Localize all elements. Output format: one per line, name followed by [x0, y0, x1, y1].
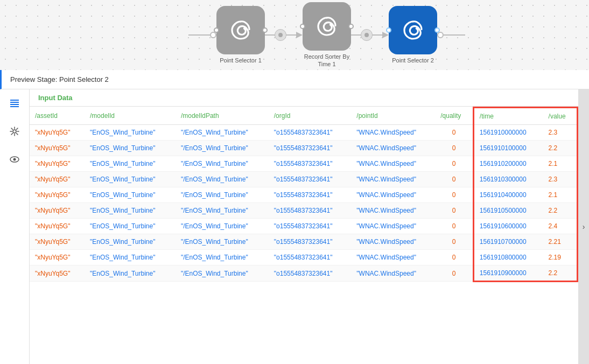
cell-time: 1561910400000 — [473, 187, 543, 203]
cell-modelid: "EnOS_Wind_Turbine" — [85, 265, 176, 282]
cell-pointid: "WNAC.WindSpeed" — [351, 125, 435, 141]
node-label-1: Point Selector 1 — [220, 57, 262, 64]
cell-orgid: "o15554837323641" — [269, 156, 352, 172]
node-dot-right-3 — [434, 27, 440, 33]
node-dot-right-2 — [348, 24, 354, 29]
th-modelid[interactable]: /modelId — [85, 108, 176, 125]
node-point-selector-1[interactable]: Point Selector 1 — [216, 6, 265, 64]
node-label-2: Record Sorter ByTime 1 — [304, 53, 349, 68]
th-modelidpath[interactable]: /modelIdPath — [176, 108, 269, 125]
table-row[interactable]: "xNyuYq5G" "EnOS_Wind_Turbine" "/EnOS_Wi… — [30, 203, 578, 219]
cell-modelid: "EnOS_Wind_Turbine" — [85, 250, 176, 265]
cell-pointid: "WNAC.WindSpeed" — [351, 172, 435, 187]
cell-assetid: "xNyuYq5G" — [30, 203, 85, 219]
cell-assetid: "xNyuYq5G" — [30, 265, 85, 282]
cell-orgid: "o15554837323641" — [269, 265, 352, 282]
cell-quality: 0 — [435, 265, 473, 282]
node-label-3: Point Selector 2 — [392, 57, 434, 64]
list-icon[interactable] — [6, 95, 23, 112]
node-point-selector-2[interactable]: Point Selector 2 — [389, 6, 437, 64]
cell-pointid: "WNAC.WindSpeed" — [351, 219, 435, 234]
cell-orgid: "o15554837323641" — [269, 187, 352, 203]
cell-time: 1561910200000 — [473, 156, 543, 172]
table-header-row: Input Data — [30, 89, 578, 107]
svg-rect-4 — [10, 104, 19, 105]
swirl-icon-3 — [400, 17, 426, 43]
cell-quality: 0 — [435, 125, 473, 141]
svg-point-6 — [13, 130, 16, 133]
svg-rect-3 — [10, 102, 19, 103]
th-time[interactable]: /time — [473, 108, 543, 125]
table-row[interactable]: "xNyuYq5G" "EnOS_Wind_Turbine" "/EnOS_Wi… — [30, 234, 578, 250]
cell-pointid: "WNAC.WindSpeed" — [351, 141, 435, 156]
cell-orgid: "o15554837323641" — [269, 141, 352, 156]
node-record-sorter[interactable]: Record Sorter ByTime 1 — [303, 2, 351, 68]
cell-value: 2.4 — [543, 219, 578, 234]
cell-assetid: "xNyuYq5G" — [30, 250, 85, 265]
table-row[interactable]: "xNyuYq5G" "EnOS_Wind_Turbine" "/EnOS_Wi… — [30, 265, 578, 282]
preview-label: Preview Stage: Point Selector 2 — [10, 75, 109, 83]
cell-orgid: "o15554837323641" — [269, 203, 352, 219]
sidebar — [0, 89, 30, 364]
connector-2-3 — [351, 29, 389, 41]
svg-rect-2 — [10, 100, 19, 101]
cell-pointid: "WNAC.WindSpeed" — [351, 156, 435, 172]
node-dot-left — [214, 27, 219, 33]
main-content: Input Data /assetId /modelId /modelIdPat… — [0, 89, 589, 364]
cell-modelidpath: "/EnOS_Wind_Turbine" — [176, 125, 269, 141]
cell-value: 2.2 — [543, 203, 578, 219]
settings-icon[interactable] — [6, 123, 23, 140]
cell-time: 1561910700000 — [473, 234, 543, 250]
right-toggle[interactable]: › — [578, 89, 589, 364]
table-row[interactable]: "xNyuYq5G" "EnOS_Wind_Turbine" "/EnOS_Wi… — [30, 141, 578, 156]
table-area: Input Data /assetId /modelId /modelIdPat… — [30, 89, 578, 364]
cell-value: 2.2 — [543, 265, 578, 282]
connector-1-2 — [265, 29, 303, 41]
cell-value: 2.21 — [543, 234, 578, 250]
table-row[interactable]: "xNyuYq5G" "EnOS_Wind_Turbine" "/EnOS_Wi… — [30, 187, 578, 203]
cell-modelidpath: "/EnOS_Wind_Turbine" — [176, 187, 269, 203]
input-data-label: Input Data — [38, 94, 73, 102]
cell-value: 2.2 — [543, 141, 578, 156]
cell-modelidpath: "/EnOS_Wind_Turbine" — [176, 172, 269, 187]
table-container[interactable]: /assetId /modelId /modelIdPath /orgId /p… — [30, 107, 578, 282]
th-pointid[interactable]: /pointId — [351, 108, 435, 125]
cell-quality: 0 — [435, 250, 473, 265]
cell-quality: 0 — [435, 203, 473, 219]
table-row[interactable]: "xNyuYq5G" "EnOS_Wind_Turbine" "/EnOS_Wi… — [30, 250, 578, 265]
cell-orgid: "o15554837323641" — [269, 250, 352, 265]
cell-assetid: "xNyuYq5G" — [30, 156, 85, 172]
cell-time: 1561910100000 — [473, 141, 543, 156]
th-value[interactable]: /value — [543, 108, 578, 125]
table-row[interactable]: "xNyuYq5G" "EnOS_Wind_Turbine" "/EnOS_Wi… — [30, 156, 578, 172]
cell-pointid: "WNAC.WindSpeed" — [351, 250, 435, 265]
cell-modelid: "EnOS_Wind_Turbine" — [85, 187, 176, 203]
cell-quality: 0 — [435, 187, 473, 203]
svg-marker-1 — [382, 32, 389, 38]
eye-icon[interactable] — [6, 151, 23, 168]
pipeline-nodes: Point Selector 1 Record Sorter ByTime 1 — [188, 2, 465, 68]
cell-modelidpath: "/EnOS_Wind_Turbine" — [176, 141, 269, 156]
table-row[interactable]: "xNyuYq5G" "EnOS_Wind_Turbine" "/EnOS_Wi… — [30, 125, 578, 141]
cell-quality: 0 — [435, 219, 473, 234]
th-orgid[interactable]: /orgId — [269, 108, 352, 125]
cell-quality: 0 — [435, 234, 473, 250]
node-dot-left-3 — [386, 27, 391, 33]
pipeline-area: Point Selector 1 Record Sorter ByTime 1 — [0, 0, 589, 70]
cell-orgid: "o15554837323641" — [269, 125, 352, 141]
cell-time: 1561910000000 — [473, 125, 543, 141]
cell-modelidpath: "/EnOS_Wind_Turbine" — [176, 234, 269, 250]
cell-value: 2.1 — [543, 187, 578, 203]
table-row[interactable]: "xNyuYq5G" "EnOS_Wind_Turbine" "/EnOS_Wi… — [30, 219, 578, 234]
th-quality[interactable]: /quality — [435, 108, 473, 125]
cell-modelid: "EnOS_Wind_Turbine" — [85, 172, 176, 187]
th-assetid[interactable]: /assetId — [30, 108, 85, 125]
preview-bar: Preview Stage: Point Selector 2 — [0, 70, 589, 89]
arrow-icon-2 — [382, 32, 389, 38]
cell-assetid: "xNyuYq5G" — [30, 141, 85, 156]
table-row[interactable]: "xNyuYq5G" "EnOS_Wind_Turbine" "/EnOS_Wi… — [30, 172, 578, 187]
swirl-icon-1 — [228, 17, 254, 43]
cell-time: 1561910300000 — [473, 172, 543, 187]
cell-assetid: "xNyuYq5G" — [30, 172, 85, 187]
cell-modelid: "EnOS_Wind_Turbine" — [85, 141, 176, 156]
